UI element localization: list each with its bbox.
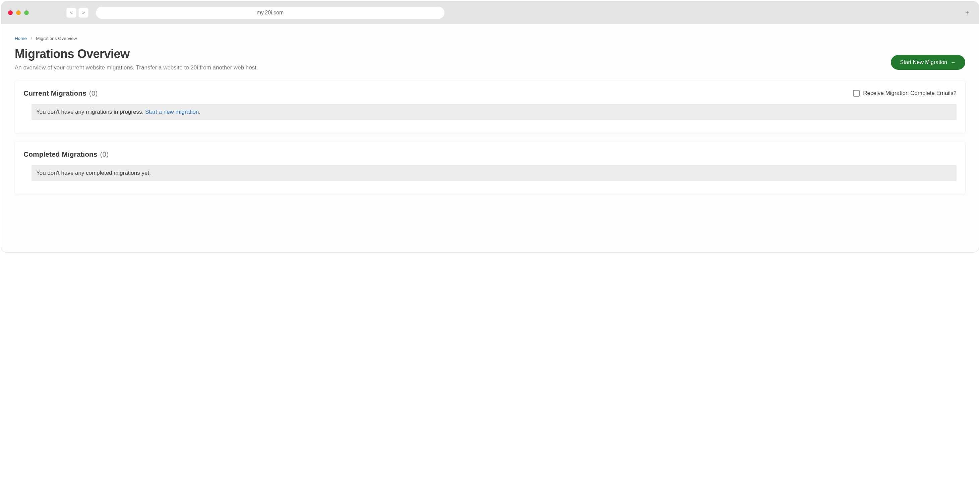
browser-titlebar: < > my.20i.com + [2,2,978,24]
start-new-migration-link[interactable]: Start a new migration [145,108,199,115]
page-subtitle: An overview of your current website migr… [15,64,258,71]
breadcrumb-separator: / [31,36,32,41]
empty-banner-text: You don't have any migrations in progres… [36,108,145,115]
current-migrations-card: Current Migrations (0) Receive Migration… [15,80,965,134]
receive-emails-label: Receive Migration Complete Emails? [863,90,956,97]
browser-window: < > my.20i.com + Home / Migrations Overv… [2,2,978,252]
page-header: Migrations Overview An overview of your … [15,47,965,71]
completed-migrations-empty-banner: You don't have any completed migrations … [32,165,956,181]
nav-forward-button[interactable]: > [78,8,89,18]
current-migrations-title-text: Current Migrations [24,89,86,97]
start-new-migration-label: Start New Migration [900,59,948,65]
completed-migrations-header: Completed Migrations (0) [24,150,956,158]
arrow-right-icon: → [950,59,956,65]
url-bar[interactable]: my.20i.com [96,7,444,19]
maximize-window-icon[interactable] [24,10,29,15]
nav-back-button[interactable]: < [66,8,76,18]
page-header-text: Migrations Overview An overview of your … [15,47,258,71]
new-tab-button[interactable]: + [963,9,972,17]
nav-buttons: < > [66,8,89,18]
current-migrations-title: Current Migrations (0) [24,89,98,97]
minimize-window-icon[interactable] [16,10,21,15]
close-window-icon[interactable] [8,10,13,15]
receive-emails-checkbox[interactable]: Receive Migration Complete Emails? [853,90,956,97]
current-migrations-count: (0) [89,89,98,97]
start-new-migration-button[interactable]: Start New Migration → [891,55,966,70]
completed-migrations-card: Completed Migrations (0) You don't have … [15,142,965,195]
traffic-lights [8,10,29,15]
completed-migrations-title-text: Completed Migrations [24,150,97,158]
completed-migrations-count: (0) [100,150,109,158]
breadcrumb-home-link[interactable]: Home [15,36,27,41]
empty-banner-suffix: . [199,108,201,115]
current-migrations-empty-banner: You don't have any migrations in progres… [32,104,956,120]
breadcrumb: Home / Migrations Overview [15,36,965,41]
page-content: Home / Migrations Overview Migrations Ov… [2,24,978,252]
completed-migrations-title: Completed Migrations (0) [24,150,108,158]
breadcrumb-current: Migrations Overview [36,36,77,41]
completed-empty-banner-text: You don't have any completed migrations … [36,170,151,176]
checkbox-icon [853,90,860,97]
current-migrations-header: Current Migrations (0) Receive Migration… [24,89,956,97]
page-title: Migrations Overview [15,47,258,61]
